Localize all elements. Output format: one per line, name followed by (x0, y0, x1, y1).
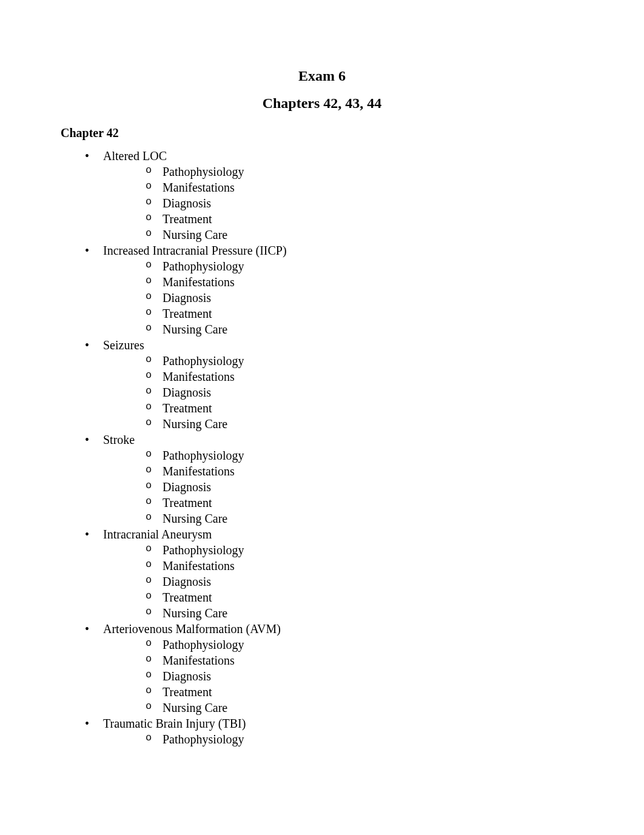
subtopic-label: Diagnosis (163, 196, 211, 210)
subtopic-label: Diagnosis (163, 669, 211, 683)
subtopic-label: Manifestations (163, 275, 235, 289)
list-item: Pathophysiology (146, 542, 583, 558)
subtopic-list: Pathophysiology Manifestations Diagnosis… (103, 448, 583, 526)
list-item: Altered LOC Pathophysiology Manifestatio… (85, 148, 583, 243)
topic-label: Traumatic Brain Injury (TBI) (103, 717, 246, 730)
list-item: Manifestations (146, 558, 583, 574)
subtopic-label: Nursing Care (163, 323, 227, 336)
list-item: Treatment (146, 211, 583, 227)
subtopic-label: Pathophysiology (163, 543, 244, 557)
subtopic-label: Manifestations (163, 654, 235, 667)
subtopic-label: Diagnosis (163, 480, 211, 494)
subtopic-label: Treatment (163, 685, 212, 699)
subtopic-list: Pathophysiology Manifestations Diagnosis… (103, 637, 583, 716)
subtopic-label: Diagnosis (163, 291, 211, 304)
subtopic-label: Manifestations (163, 370, 235, 383)
list-item: Manifestations (146, 463, 583, 479)
subtopic-label: Treatment (163, 212, 212, 226)
subtopic-label: Manifestations (163, 464, 235, 478)
list-item: Treatment (146, 495, 583, 511)
list-item: Manifestations (146, 369, 583, 384)
document-title: Exam 6 (61, 67, 583, 86)
list-item: Nursing Care (146, 700, 583, 716)
list-item: Manifestations (146, 274, 583, 290)
subtopic-list: Pathophysiology (103, 731, 583, 747)
subtopic-label: Nursing Care (163, 512, 227, 525)
subtopic-label: Treatment (163, 496, 212, 509)
list-item: Treatment (146, 306, 583, 321)
list-item: Diagnosis (146, 668, 583, 684)
list-item: Nursing Care (146, 511, 583, 526)
list-item: Pathophysiology (146, 258, 583, 274)
list-item: Nursing Care (146, 227, 583, 243)
list-item: Increased Intracranial Pressure (IICP) P… (85, 243, 583, 337)
topic-label: Stroke (103, 433, 135, 446)
topic-label: Seizures (103, 338, 144, 352)
subtopic-label: Pathophysiology (163, 165, 244, 178)
section-heading: Chapter 42 (61, 125, 583, 141)
list-item: Manifestations (146, 179, 583, 195)
document-subtitle: Chapters 42, 43, 44 (61, 94, 583, 113)
list-item: Pathophysiology (146, 164, 583, 179)
list-item: Intracranial Aneurysm Pathophysiology Ma… (85, 526, 583, 621)
subtopic-label: Nursing Care (163, 701, 227, 714)
topic-list: Altered LOC Pathophysiology Manifestatio… (61, 148, 583, 747)
list-item: Pathophysiology (146, 353, 583, 369)
list-item: Treatment (146, 589, 583, 605)
topic-label: Arteriovenous Malformation (AVM) (103, 622, 281, 635)
subtopic-label: Nursing Care (163, 417, 227, 431)
list-item: Pathophysiology (146, 637, 583, 652)
list-item: Seizures Pathophysiology Manifestations … (85, 337, 583, 432)
subtopic-label: Nursing Care (163, 228, 227, 241)
list-item: Nursing Care (146, 605, 583, 621)
list-item: Diagnosis (146, 574, 583, 589)
list-item: Diagnosis (146, 290, 583, 306)
topic-label: Intracranial Aneurysm (103, 528, 212, 541)
list-item: Diagnosis (146, 195, 583, 211)
topic-label: Altered LOC (103, 149, 167, 163)
list-item: Stroke Pathophysiology Manifestations Di… (85, 432, 583, 526)
list-item: Nursing Care (146, 321, 583, 337)
subtopic-label: Diagnosis (163, 386, 211, 399)
list-item: Diagnosis (146, 479, 583, 495)
list-item: Pathophysiology (146, 731, 583, 747)
subtopic-label: Diagnosis (163, 575, 211, 588)
topic-label: Increased Intracranial Pressure (IICP) (103, 244, 287, 257)
subtopic-list: Pathophysiology Manifestations Diagnosis… (103, 258, 583, 337)
subtopic-list: Pathophysiology Manifestations Diagnosis… (103, 542, 583, 621)
subtopic-label: Pathophysiology (163, 638, 244, 651)
subtopic-label: Manifestations (163, 559, 235, 572)
subtopic-label: Pathophysiology (163, 733, 244, 746)
list-item: Treatment (146, 400, 583, 416)
list-item: Pathophysiology (146, 448, 583, 463)
subtopic-label: Treatment (163, 591, 212, 604)
subtopic-label: Pathophysiology (163, 260, 244, 273)
subtopic-label: Treatment (163, 401, 212, 415)
list-item: Treatment (146, 684, 583, 700)
subtopic-label: Treatment (163, 307, 212, 320)
subtopic-list: Pathophysiology Manifestations Diagnosis… (103, 353, 583, 432)
list-item: Arteriovenous Malformation (AVM) Pathoph… (85, 621, 583, 716)
subtopic-label: Manifestations (163, 181, 235, 194)
subtopic-list: Pathophysiology Manifestations Diagnosis… (103, 164, 583, 243)
subtopic-label: Pathophysiology (163, 449, 244, 462)
subtopic-label: Pathophysiology (163, 354, 244, 367)
list-item: Nursing Care (146, 416, 583, 432)
list-item: Traumatic Brain Injury (TBI) Pathophysio… (85, 716, 583, 747)
list-item: Diagnosis (146, 384, 583, 400)
list-item: Manifestations (146, 652, 583, 668)
subtopic-label: Nursing Care (163, 606, 227, 620)
